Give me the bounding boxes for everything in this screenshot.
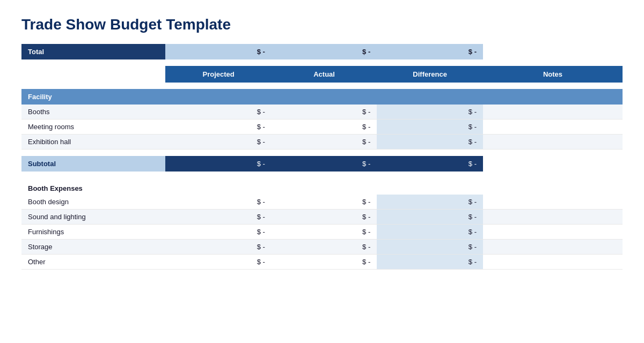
row-label: Sound and lighting — [21, 209, 165, 224]
table-row: Furnishings$ -$ -$ - — [21, 224, 623, 239]
row-projected: $ - — [165, 105, 272, 120]
row-actual: $ - — [272, 209, 377, 224]
section-title-label: Booth Expenses — [21, 178, 623, 195]
section-title-row: Booth Expenses — [21, 178, 623, 195]
budget-table-container: Total $ - $ - $ - Projected Actual Diffe… — [21, 44, 623, 270]
row-difference: $ - — [377, 105, 483, 120]
subtotal-label: Subtotal — [21, 156, 165, 172]
row-label: Other — [21, 254, 165, 269]
row-difference: $ - — [377, 239, 483, 254]
row-label: Storage — [21, 239, 165, 254]
header-projected: Projected — [165, 66, 272, 83]
row-actual: $ - — [272, 105, 377, 120]
row-label: Booth design — [21, 195, 165, 210]
header-difference: Difference — [377, 66, 483, 83]
table-row: Storage$ -$ -$ - — [21, 239, 623, 254]
row-notes — [483, 254, 623, 269]
section-header-row: Facility — [21, 89, 623, 105]
column-header-row: Projected Actual Difference Notes — [21, 66, 623, 83]
row-projected: $ - — [165, 254, 272, 269]
subtotal-actual: $ - — [272, 156, 377, 172]
row-notes — [483, 105, 623, 120]
row-projected: $ - — [165, 209, 272, 224]
subtotal-notes — [483, 156, 623, 172]
subtotal-row: Subtotal$ -$ -$ - — [21, 156, 623, 172]
subtotal-projected: $ - — [165, 156, 272, 172]
spacer-between-sections — [21, 172, 623, 178]
sections-body: FacilityBooths$ -$ -$ -Meeting rooms$ -$… — [21, 89, 623, 269]
row-actual: $ - — [272, 224, 377, 239]
row-label: Furnishings — [21, 224, 165, 239]
header-label-spacer — [21, 66, 165, 83]
table-row: Booth design$ -$ -$ - — [21, 195, 623, 210]
row-difference: $ - — [377, 135, 483, 150]
row-projected: $ - — [165, 224, 272, 239]
row-projected: $ - — [165, 239, 272, 254]
total-row: Total $ - $ - $ - — [21, 44, 623, 59]
row-notes — [483, 239, 623, 254]
row-projected: $ - — [165, 135, 272, 150]
row-notes — [483, 195, 623, 210]
row-label: Exhibition hall — [21, 135, 165, 150]
total-label: Total — [21, 44, 165, 59]
row-difference: $ - — [377, 120, 483, 135]
row-notes — [483, 120, 623, 135]
header-actual: Actual — [272, 66, 377, 83]
table-row: Other$ -$ -$ - — [21, 254, 623, 269]
row-label: Meeting rooms — [21, 120, 165, 135]
row-actual: $ - — [272, 254, 377, 269]
page-title: Trade Show Budget Template — [21, 16, 623, 33]
row-actual: $ - — [272, 239, 377, 254]
spacer-2 — [21, 83, 623, 89]
table-row: Booths$ -$ -$ - — [21, 105, 623, 120]
row-difference: $ - — [377, 195, 483, 210]
row-difference: $ - — [377, 254, 483, 269]
total-projected: $ - — [165, 44, 272, 59]
row-difference: $ - — [377, 209, 483, 224]
table-row: Meeting rooms$ -$ -$ - — [21, 120, 623, 135]
subtotal-difference: $ - — [377, 156, 483, 172]
row-notes — [483, 224, 623, 239]
row-actual: $ - — [272, 120, 377, 135]
total-actual: $ - — [272, 44, 377, 59]
table-row: Exhibition hall$ -$ -$ - — [21, 135, 623, 150]
row-projected: $ - — [165, 195, 272, 210]
row-label: Booths — [21, 105, 165, 120]
total-difference: $ - — [377, 44, 483, 59]
row-actual: $ - — [272, 135, 377, 150]
row-actual: $ - — [272, 195, 377, 210]
spacer-pre-subtotal — [21, 150, 623, 156]
row-difference: $ - — [377, 224, 483, 239]
header-notes: Notes — [483, 66, 623, 83]
row-projected: $ - — [165, 120, 272, 135]
row-notes — [483, 209, 623, 224]
budget-table: Total $ - $ - $ - Projected Actual Diffe… — [21, 44, 623, 270]
row-notes — [483, 135, 623, 150]
section-header-label: Facility — [21, 89, 623, 105]
table-row: Sound and lighting$ -$ -$ - — [21, 209, 623, 224]
spacer-1 — [21, 59, 623, 66]
total-notes-spacer — [483, 44, 623, 59]
